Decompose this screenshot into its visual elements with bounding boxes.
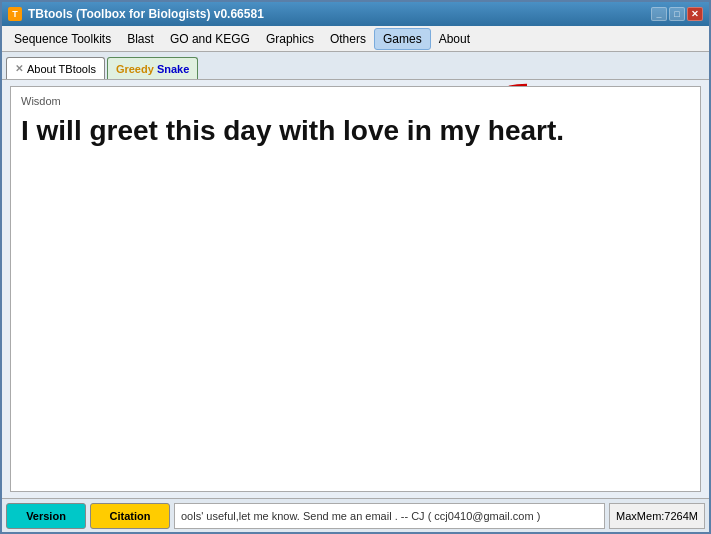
menu-sequence-toolkits[interactable]: Sequence Toolkits — [6, 29, 119, 49]
tab-close-icon[interactable]: ✕ — [15, 63, 23, 74]
menu-go-kegg[interactable]: GO and KEGG — [162, 29, 258, 49]
maximize-button[interactable]: □ — [669, 7, 685, 21]
maxmem-display: MaxMem:7264M — [609, 503, 705, 529]
minimize-button[interactable]: _ — [651, 7, 667, 21]
window-controls: _ □ ✕ — [651, 7, 703, 21]
menu-graphics[interactable]: Graphics — [258, 29, 322, 49]
tab-greedy-snake[interactable]: Greedy Snake — [107, 57, 198, 79]
app-icon: T — [8, 7, 22, 21]
wisdom-section-label: Wisdom — [21, 95, 690, 107]
close-button[interactable]: ✕ — [687, 7, 703, 21]
citation-button[interactable]: Citation — [90, 503, 170, 529]
menu-bar: Sequence Toolkits Blast GO and KEGG Grap… — [2, 26, 709, 52]
tab-greedy-label: Greedy — [116, 63, 154, 75]
main-window: T TBtools (Toolbox for Biologists) v0.66… — [0, 0, 711, 534]
wisdom-text: I will greet this day with love in my he… — [21, 113, 690, 149]
title-bar: T TBtools (Toolbox for Biologists) v0.66… — [2, 2, 709, 26]
tab-about-tbtools[interactable]: ✕ About TBtools — [6, 57, 105, 79]
status-scroll-text: ools' useful,let me know. Send me an ema… — [174, 503, 605, 529]
tab-snake-label: Snake — [157, 63, 189, 75]
menu-games[interactable]: Games — [374, 28, 431, 50]
title-bar-left: T TBtools (Toolbox for Biologists) v0.66… — [8, 7, 264, 21]
menu-about[interactable]: About — [431, 29, 478, 49]
status-bar: Version Citation ools' useful,let me kno… — [2, 498, 709, 532]
window-title: TBtools (Toolbox for Biologists) v0.6658… — [28, 7, 264, 21]
menu-blast[interactable]: Blast — [119, 29, 162, 49]
version-button[interactable]: Version — [6, 503, 86, 529]
tab-bar: ✕ About TBtools Greedy Snake — [2, 52, 709, 80]
tab-about-label: About TBtools — [27, 63, 96, 75]
content-area: Wisdom I will greet this day with love i… — [2, 80, 709, 498]
wisdom-panel: Wisdom I will greet this day with love i… — [10, 86, 701, 492]
menu-others[interactable]: Others — [322, 29, 374, 49]
